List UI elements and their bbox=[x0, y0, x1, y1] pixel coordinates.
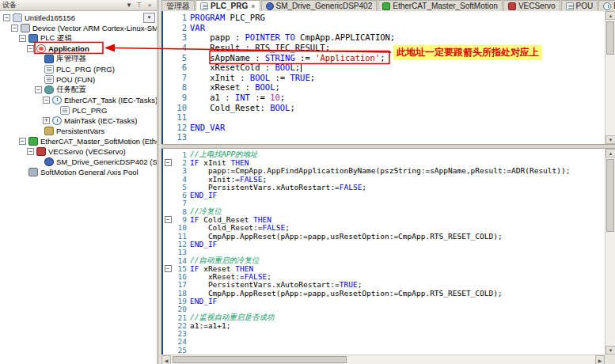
tree-item-label: EtherCAT_Task (IEC-Tasks) bbox=[64, 96, 157, 104]
expand-icon[interactable]: + bbox=[43, 117, 50, 124]
tree-item-ethercat-master[interactable]: −EtherCAT_Master_SoftMotion (EtherCAT Ma… bbox=[0, 136, 157, 146]
code-line-15[interactable]: −15IF xReset THEN bbox=[163, 264, 605, 272]
plc-logic-icon bbox=[28, 34, 38, 43]
tree-item-axis-pool[interactable]: SoftMotion General Axis Pool bbox=[0, 167, 157, 177]
code-line-25[interactable]: 25 bbox=[163, 346, 605, 354]
tree-item-plc-logic[interactable]: −PLC 逻辑 bbox=[0, 33, 157, 44]
code-line-9[interactable]: −9IF Cold_Reset THEN bbox=[163, 215, 605, 223]
fold-collapse-icon[interactable]: − bbox=[165, 216, 172, 223]
scroll-down-icon[interactable]: ▼ bbox=[606, 135, 615, 144]
implementation-editor[interactable]: 1//上电找APP的地址−2IF xInit THEN3 papp:=CmpAp… bbox=[161, 149, 605, 355]
tab-label: VECServo bbox=[518, 2, 556, 10]
tree-item-ethercat-task-plc-prg[interactable]: PLC_PRG bbox=[0, 105, 157, 116]
code-line-2[interactable]: 2VAR bbox=[163, 23, 605, 33]
code-line-13[interactable]: 13 bbox=[163, 132, 605, 142]
tree-item-plc-prg[interactable]: PLC_PRG (PRG) bbox=[0, 64, 157, 74]
tab-pou[interactable]: POU bbox=[561, 0, 598, 11]
code-line-23[interactable]: 23 bbox=[163, 330, 605, 338]
project-dropdown-icon[interactable]: ▼ bbox=[143, 13, 155, 23]
code-line-10[interactable]: 10 Cold_Reset: BOOL; bbox=[163, 102, 605, 112]
code-line-8[interactable]: 8 xReset : BOOL; bbox=[163, 82, 605, 93]
collapse-icon[interactable]: − bbox=[19, 35, 26, 42]
tab-sm-drive[interactable]: SM_Drive_GenericDSP402 bbox=[261, 0, 378, 11]
tab-library-manager[interactable]: 管理器 bbox=[161, 0, 195, 11]
tree-item-persistentvars[interactable]: PersistentVars bbox=[0, 126, 157, 136]
implementation-hscrollbar[interactable]: ◀ ▶ bbox=[161, 355, 605, 364]
collapse-icon[interactable]: − bbox=[19, 138, 26, 145]
code-line-7[interactable]: 7 xInit : BOOL := TRUE; bbox=[163, 73, 605, 83]
scrollbar-thumb[interactable] bbox=[173, 356, 347, 363]
implementation-scrollbar[interactable]: ▲ ▼ bbox=[605, 149, 615, 355]
code-line-6[interactable]: 6END_IF bbox=[163, 191, 605, 199]
collapse-icon[interactable]: − bbox=[27, 148, 34, 155]
code-text: xInit : BOOL := TRUE; bbox=[190, 73, 315, 82]
code-line-1[interactable]: 1//上电找APP的地址 bbox=[163, 150, 605, 158]
tree-item-pou[interactable]: POU (FUN) bbox=[0, 74, 157, 85]
code-line-9[interactable]: 9 a1 : INT := 10; bbox=[163, 93, 605, 103]
code-line-1[interactable]: 1PROGRAM PLC_PRG bbox=[163, 13, 605, 23]
scroll-up-icon[interactable]: ▲ bbox=[606, 11, 615, 20]
code-line-22[interactable]: 22a1:=a1+1; bbox=[163, 321, 605, 329]
scrollbar-thumb[interactable] bbox=[606, 159, 614, 232]
tab-close-icon[interactable]: × bbox=[251, 2, 255, 10]
code-line-16[interactable]: 16 xReset:=FALSE; bbox=[163, 272, 605, 280]
code-line-10[interactable]: 10 Cold_Reset:=FALSE; bbox=[163, 224, 605, 232]
code-line-7[interactable]: 7 bbox=[163, 199, 605, 207]
code-line-11[interactable]: 11 CmpApp.AppReset(pApp:=papp,usResetOpt… bbox=[163, 232, 605, 240]
axis-icon bbox=[44, 157, 54, 166]
collapse-icon[interactable]: − bbox=[35, 86, 42, 93]
code-line-24[interactable]: 24 bbox=[163, 338, 605, 346]
scroll-up-icon[interactable]: ▲ bbox=[606, 149, 615, 157]
code-line-6[interactable]: 6 xResetCold : BOOL; bbox=[163, 63, 605, 73]
panel-menu-icon[interactable]: ▼ bbox=[124, 2, 134, 9]
close-icon[interactable]: × bbox=[145, 2, 154, 9]
tab-ethercat-master[interactable]: EtherCAT_Master_SoftMotion bbox=[378, 0, 503, 11]
fold-collapse-icon[interactable]: − bbox=[165, 265, 172, 272]
code-line-11[interactable]: 11 bbox=[163, 112, 605, 123]
tree-item-sm-drive[interactable]: SM_Drive_GenericDSP402 (SM_Drive_Generic… bbox=[0, 157, 157, 167]
declaration-editor[interactable]: 1PROGRAM PLC_PRG2VAR3 papp : POINTER TO … bbox=[161, 11, 605, 144]
code-line-18[interactable]: 18 CmpApp.AppReset(pApp:=papp,usResetOpt… bbox=[163, 289, 605, 297]
tab-plc-prg[interactable]: PLC_PRG× bbox=[196, 0, 260, 11]
pin-icon[interactable]: ⊤ bbox=[135, 2, 144, 9]
tree-item-task-configuration[interactable]: −任务配置 bbox=[0, 85, 157, 95]
task-icon bbox=[52, 96, 62, 104]
scroll-left-icon[interactable]: ◀ bbox=[161, 355, 171, 364]
code-line-3[interactable]: 3 papp:=CmpApp.AppFindApplicationByName(… bbox=[163, 167, 605, 175]
code-line-17[interactable]: 17 PersistentVars.xAutoRestart:=TRUE; bbox=[163, 281, 605, 289]
servo-icon bbox=[36, 147, 46, 156]
tree-item-maintask[interactable]: +MainTask (IEC-Tasks) bbox=[0, 116, 157, 126]
code-line-2[interactable]: −2IF xInit THEN bbox=[163, 158, 605, 166]
code-line-12[interactable]: 12END_VAR bbox=[163, 123, 605, 133]
tree-item-untitled-project[interactable]: −Untitled165156▼ bbox=[0, 13, 157, 23]
code-line-8[interactable]: 8//冷复位 bbox=[163, 207, 605, 215]
tree-item-ethercat-task[interactable]: −EtherCAT_Task (IEC-Tasks) bbox=[0, 95, 157, 105]
tab-vecservo[interactable]: VECServo bbox=[503, 0, 560, 11]
scroll-right-icon[interactable]: ▶ bbox=[595, 355, 605, 364]
scrollbar-thumb[interactable] bbox=[606, 21, 614, 55]
codesys-ide-window: 设备 ▼ ⊤ × −Untitled165156▼−Device (Vector… bbox=[0, 0, 615, 364]
tree-item-vecservo[interactable]: −VECServo (VECServo) bbox=[0, 146, 157, 157]
fold-collapse-icon[interactable]: − bbox=[165, 159, 172, 166]
code-line-19[interactable]: 19END_IF bbox=[163, 297, 605, 305]
tree-item-label: PLC_PRG bbox=[72, 106, 107, 115]
tree-item-library-manager[interactable]: 库管理器 bbox=[0, 54, 157, 64]
scroll-down-icon[interactable]: ▼ bbox=[606, 346, 615, 355]
code-line-3[interactable]: 3 papp : POINTER TO CmpApp.APPLICATION; bbox=[163, 32, 605, 43]
code-line-5[interactable]: 5 PersistentVars.xAutoRestart:=FALSE; bbox=[163, 183, 605, 191]
collapse-icon[interactable]: − bbox=[43, 97, 50, 104]
code-line-4[interactable]: 4 xInit:=FALSE; bbox=[163, 175, 605, 183]
tab-ethercat-task[interactable]: EtherCAT_Task bbox=[598, 0, 615, 11]
declaration-scrollbar[interactable]: ▲ ▼ bbox=[605, 11, 615, 144]
collapse-icon[interactable]: − bbox=[11, 25, 18, 32]
code-text: Cold_Reset: BOOL; bbox=[190, 103, 295, 112]
tree-item-label: Application bbox=[48, 44, 89, 53]
code-line-14[interactable]: 14//自动重启的冷复位 bbox=[163, 256, 605, 264]
code-line-21[interactable]: 21//监视自动重启是否成功 bbox=[163, 313, 605, 321]
pou-icon bbox=[566, 2, 574, 10]
code-line-12[interactable]: 12END_IF bbox=[163, 240, 605, 248]
tree-item-application[interactable]: −Application bbox=[0, 44, 157, 54]
collapse-icon[interactable]: − bbox=[3, 14, 10, 21]
collapse-icon[interactable]: − bbox=[27, 45, 34, 52]
tree-item-device[interactable]: −Device (Vector ARM Cortex-Linux-SM-CNC-… bbox=[0, 23, 157, 33]
